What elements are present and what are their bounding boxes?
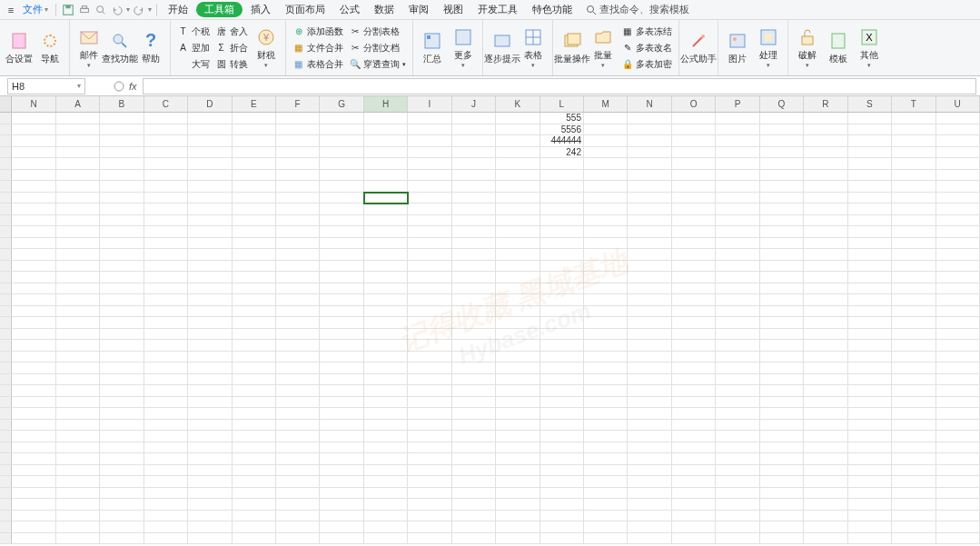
cell-R24[interactable] (804, 374, 847, 386)
row-header-24[interactable] (0, 374, 12, 386)
column-header-L[interactable]: L (540, 96, 584, 112)
cell-P23[interactable] (716, 362, 759, 374)
cell-G11[interactable] (320, 226, 363, 238)
cell-D22[interactable] (188, 352, 232, 363)
cell-C36[interactable] (144, 511, 188, 522)
cell-U3[interactable] (936, 135, 980, 147)
column-header-T[interactable]: T (892, 96, 935, 112)
cell-J37[interactable] (452, 521, 496, 533)
cell-P35[interactable] (716, 499, 759, 511)
cell-R1[interactable] (804, 113, 847, 124)
cell-A4[interactable] (56, 147, 100, 159)
cell-K35[interactable] (496, 499, 539, 511)
cell-P1[interactable] (716, 113, 759, 124)
cell-A26[interactable] (56, 397, 100, 409)
cell-S24[interactable] (848, 374, 892, 386)
cell-D14[interactable] (188, 261, 232, 273)
cell-N1[interactable] (628, 113, 671, 124)
tab-start[interactable]: 开始 (162, 1, 194, 18)
cell-J23[interactable] (452, 362, 496, 374)
cell-D24[interactable] (188, 374, 232, 386)
cell-F21[interactable] (276, 340, 320, 352)
cell-S9[interactable] (848, 204, 892, 215)
cell-C21[interactable] (144, 340, 188, 352)
cell-A17[interactable] (56, 294, 100, 306)
cell-L8[interactable] (540, 193, 584, 204)
cell-Q18[interactable] (760, 306, 804, 318)
cell-B10[interactable] (100, 215, 144, 227)
batch-operate-button[interactable]: 批量操作 (557, 23, 588, 74)
cell-G24[interactable] (320, 374, 363, 386)
cell-M3[interactable] (584, 135, 628, 147)
cell-F36[interactable] (276, 511, 320, 522)
cell-C13[interactable] (144, 249, 188, 261)
cell-M14[interactable] (584, 261, 628, 273)
cell-K24[interactable] (496, 374, 539, 386)
cell-O20[interactable] (672, 329, 716, 341)
cell-A7[interactable] (56, 181, 100, 193)
cell-N15[interactable] (628, 272, 671, 283)
cell-N19[interactable] (628, 317, 671, 329)
cell-R25[interactable] (804, 385, 847, 397)
cell-J12[interactable] (452, 238, 496, 250)
cell-C19[interactable] (144, 317, 188, 329)
cell-E23[interactable] (233, 362, 276, 374)
cell-I2[interactable] (408, 124, 451, 136)
cell-N9[interactable] (12, 204, 55, 215)
cell-S5[interactable] (848, 158, 892, 170)
convert-button[interactable]: 圆转换 (213, 56, 251, 73)
cell-U24[interactable] (936, 374, 980, 386)
cell-K29[interactable] (496, 431, 539, 442)
cell-U26[interactable] (936, 397, 980, 409)
cell-S22[interactable] (848, 352, 892, 363)
cell-N25[interactable] (12, 385, 55, 397)
cell-H13[interactable] (364, 249, 408, 261)
cell-T12[interactable] (892, 238, 935, 250)
cell-Q11[interactable] (760, 226, 804, 238)
cell-S34[interactable] (848, 488, 892, 500)
cell-A25[interactable] (56, 385, 100, 397)
cell-K8[interactable] (496, 193, 539, 204)
cell-B37[interactable] (100, 521, 144, 533)
cell-N24[interactable] (12, 374, 55, 386)
cell-Q17[interactable] (760, 294, 804, 306)
cell-N17[interactable] (628, 294, 671, 306)
cell-J19[interactable] (452, 317, 496, 329)
cell-C37[interactable] (144, 521, 188, 533)
cell-L32[interactable] (540, 465, 584, 477)
cell-D17[interactable] (188, 294, 232, 306)
cell-O3[interactable] (672, 135, 716, 147)
cell-D18[interactable] (188, 306, 232, 318)
cell-C23[interactable] (144, 362, 188, 374)
cell-U19[interactable] (936, 317, 980, 329)
cell-M35[interactable] (584, 499, 628, 511)
tab-insert[interactable]: 插入 (244, 1, 277, 18)
cell-U17[interactable] (936, 294, 980, 306)
cell-S11[interactable] (848, 226, 892, 238)
cell-T37[interactable] (892, 521, 935, 533)
cell-K3[interactable] (496, 135, 539, 147)
cell-P13[interactable] (716, 249, 759, 261)
cell-M13[interactable] (584, 249, 628, 261)
cell-A16[interactable] (56, 283, 100, 295)
cell-N34[interactable] (12, 488, 55, 500)
cell-P11[interactable] (716, 226, 759, 238)
row-header-18[interactable] (0, 306, 12, 318)
cell-S21[interactable] (848, 340, 892, 352)
cell-K21[interactable] (496, 340, 539, 352)
cell-L12[interactable] (540, 238, 584, 250)
cell-F17[interactable] (276, 294, 320, 306)
cell-K1[interactable] (496, 113, 539, 124)
cell-N10[interactable] (12, 215, 55, 227)
cell-D33[interactable] (188, 476, 232, 488)
file-merge-button[interactable]: ▦文件合并 (290, 40, 346, 56)
cell-G5[interactable] (320, 158, 363, 170)
cell-N30[interactable] (628, 442, 671, 454)
cell-O11[interactable] (672, 226, 716, 238)
cell-G20[interactable] (320, 329, 363, 341)
cell-F15[interactable] (276, 272, 320, 283)
cell-R7[interactable] (804, 181, 847, 193)
cell-B9[interactable] (100, 204, 144, 215)
cell-G27[interactable] (320, 408, 363, 420)
cell-M2[interactable] (584, 124, 628, 136)
